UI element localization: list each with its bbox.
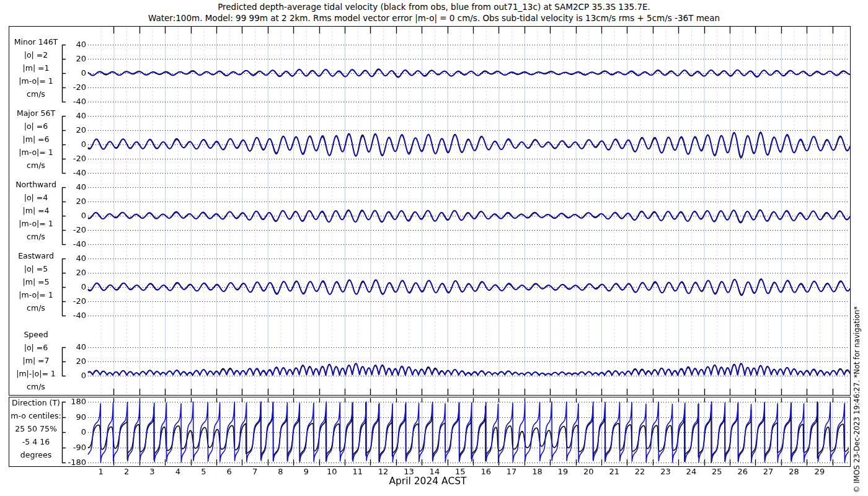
ytick-major: -20 (64, 154, 86, 163)
panel-eastward-label-line: |m-o|= 1 (6, 288, 66, 301)
ytick-northward: -40 (64, 239, 86, 249)
xtick-day: 9 (294, 467, 319, 476)
tidal-signals-canvas (0, 0, 868, 496)
panel-northward-label-line: cm/s (6, 230, 66, 243)
xtick-day: 10 (319, 467, 344, 476)
panel-eastward-label-line: cm/s (6, 301, 66, 314)
panel-minor-label-line: Minor 146T (6, 35, 66, 48)
ytick-major: 0 (64, 140, 86, 149)
xtick-day: 17 (499, 467, 524, 476)
panel-northward-label-line: |m| =4 (6, 204, 66, 217)
panel-direction-label-line: -5 4 16 (6, 435, 66, 448)
panel-speed-label-line: |m| =7 (6, 354, 66, 367)
ytick-minor: 20 (64, 54, 86, 63)
ytick-direction: 90 (64, 412, 86, 422)
xtick-day: 4 (166, 467, 190, 476)
ytick-eastward: -20 (64, 296, 86, 306)
panel-major-label-line: |m| =6 (6, 133, 66, 146)
xtick-day: 1 (89, 467, 113, 476)
ytick-major: 40 (64, 111, 86, 120)
xtick-day: 15 (448, 467, 472, 476)
panel-minor-label-line: |o| =2 (6, 48, 66, 61)
panel-eastward-label-line: |o| =5 (6, 262, 66, 275)
xtick-day: 19 (551, 467, 575, 476)
panel-major-label-line: |o| =6 (6, 120, 66, 133)
panel-direction-label-line: Direction (T) (6, 396, 66, 409)
xtick-day: 22 (627, 467, 652, 476)
xtick-day: 6 (217, 467, 242, 476)
ytick-minor: -40 (64, 97, 86, 106)
ytick-speed: 20 (64, 356, 86, 366)
xtick-day: 16 (474, 467, 498, 476)
xtick-day: 28 (782, 467, 807, 476)
xtick-day: 3 (140, 467, 165, 476)
xtick-day: 14 (422, 467, 447, 476)
ytick-eastward: -40 (64, 311, 86, 320)
xtick-day: 8 (268, 467, 293, 476)
ytick-direction: 0 (64, 427, 86, 436)
xtick-day: 5 (191, 467, 216, 476)
panel-minor-label-line: cm/s (6, 87, 66, 100)
ytick-major: -40 (64, 168, 86, 177)
panel-direction-label-line: 25 50 75% (6, 422, 66, 435)
ytick-northward: 20 (64, 197, 86, 206)
panel-northward-label-line: |m-o|= 1 (6, 217, 66, 230)
panel-eastward-label-line: |m| =5 (6, 275, 66, 288)
ytick-major: 20 (64, 125, 86, 135)
ytick-eastward: 40 (64, 254, 86, 263)
imos-watermark: © IMOS 23-Dec-2023 19:46:27. *Not for na… (852, 232, 861, 493)
ytick-northward: 40 (64, 182, 86, 192)
ytick-minor: 40 (64, 40, 86, 49)
xtick-day: 12 (371, 467, 396, 476)
panel-major-label-line: cm/s (6, 159, 66, 172)
xtick-day: 2 (114, 467, 139, 476)
ytick-direction: -180 (64, 458, 86, 467)
panel-minor-label-line: |m-o|= 1 (6, 74, 66, 87)
xtick-day: 13 (397, 467, 422, 476)
xtick-day: 24 (679, 467, 704, 476)
panel-direction-label-line: m-o centiles: (6, 409, 66, 422)
panel-speed-label-line: cm/s (6, 380, 66, 393)
xtick-day: 25 (704, 467, 729, 476)
ytick-eastward: 20 (64, 268, 86, 277)
xtick-day: 29 (807, 467, 832, 476)
panel-northward-label-line: Northward (6, 178, 66, 191)
xtick-day: 27 (756, 467, 781, 476)
ytick-eastward: 0 (64, 282, 86, 291)
xtick-day: 23 (653, 467, 678, 476)
panel-minor-label-line: |m| =1 (6, 61, 66, 74)
ytick-direction: -90 (64, 443, 86, 452)
panel-eastward-label-line: Eastward (6, 249, 66, 262)
ytick-minor: 0 (64, 68, 86, 78)
ytick-direction: 180 (64, 397, 86, 406)
panel-speed-label-line: Speed (6, 328, 66, 341)
ytick-northward: -20 (64, 225, 86, 234)
xtick-day: 11 (345, 467, 370, 476)
xtick-day: 26 (730, 467, 755, 476)
ytick-northward: 0 (64, 211, 86, 220)
panel-northward-label-line: |o| =4 (6, 191, 66, 204)
tidal-velocity-plot: Predicted depth-average tidal velocity (… (0, 0, 868, 496)
panel-direction-label-line: degrees (6, 448, 66, 461)
xtick-day: 20 (576, 467, 601, 476)
ytick-speed: 0 (64, 371, 86, 380)
ytick-minor: -20 (64, 82, 86, 92)
panel-speed-label-line: |o| =6 (6, 341, 66, 354)
xtick-day: 7 (242, 467, 267, 476)
ytick-speed: 40 (64, 342, 86, 352)
x-axis-title: April 2024 ACST (0, 476, 856, 487)
panel-major-label-line: |m-o|= 1 (6, 146, 66, 159)
xtick-day: 18 (525, 467, 550, 476)
xtick-day: 21 (602, 467, 627, 476)
panel-speed-label-line: |m|-|o|= 1 (6, 367, 66, 380)
panel-major-label-line: Major 56T (6, 107, 66, 120)
